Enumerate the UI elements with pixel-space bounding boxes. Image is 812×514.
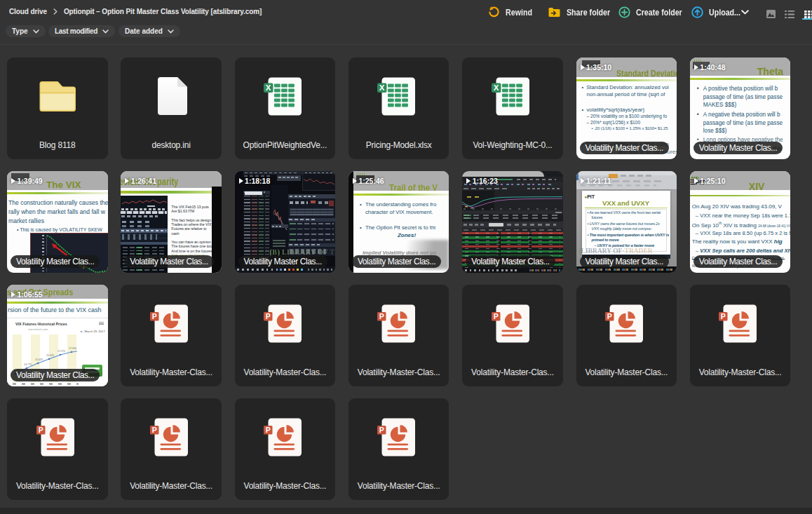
svg-text:15.025: 15.025 — [35, 358, 43, 361]
svg-text:17.550: 17.550 — [69, 347, 76, 350]
svg-text:14.775: 14.775 — [24, 363, 32, 366]
svg-text:17.275: 17.275 — [57, 350, 65, 353]
svg-text:15.925: 15.925 — [46, 354, 54, 357]
